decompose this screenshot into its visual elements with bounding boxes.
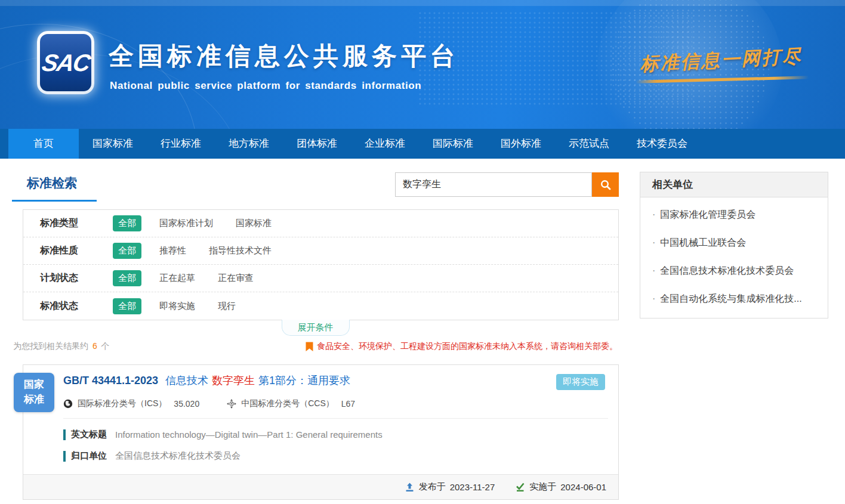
notice: 食品安全、环境保护、工程建设方面的国家标准未纳入本系统，请咨询相关部委。 xyxy=(306,341,618,352)
search-button[interactable] xyxy=(592,172,619,197)
main-column: 标准检索 标准类型 全部 国家标准计划 国家标准 xyxy=(12,172,619,500)
nav-tab-international-standard[interactable]: 国际标准 xyxy=(419,129,487,159)
filter-option[interactable]: 国家标准 xyxy=(236,218,272,229)
filter-label: 计划状态 xyxy=(40,272,92,285)
filter-option[interactable]: 指导性技术文件 xyxy=(209,245,272,256)
filter-option[interactable]: 正在起草 xyxy=(159,273,195,284)
filter-row-standard-status: 标准状态 全部 即将实施 现行 xyxy=(23,292,618,320)
related-unit-item[interactable]: 全国自动化系统与集成标准化技... xyxy=(640,285,828,313)
filter-all-button[interactable]: 全部 xyxy=(113,298,141,314)
filter-option[interactable]: 国家标准计划 xyxy=(159,218,213,229)
standard-type-badge: 国家 标准 xyxy=(14,373,54,412)
header-titles: 全国标准信息公共服务平台 National public service pla… xyxy=(109,39,459,92)
related-units-list: 国家标准化管理委员会 中国机械工业联合会 全国信息技术标准化技术委员会 全国自动… xyxy=(640,197,828,318)
nav-tab-group-standard[interactable]: 团体标准 xyxy=(283,129,351,159)
related-units-panel: 相关单位 国家标准化管理委员会 中国机械工业联合会 全国信息技术标准化技术委员会… xyxy=(640,172,828,319)
type-badge-line2: 标准 xyxy=(24,392,44,407)
filter-option[interactable]: 推荐性 xyxy=(159,245,186,256)
nav-tab-technical-committee[interactable]: 技术委员会 xyxy=(623,129,701,159)
card-head: GB/T 43441.1-2023信息技术数字孪生第1部分：通用要求 即将实施 xyxy=(23,365,618,390)
check-icon xyxy=(515,483,525,492)
publish-label: 发布于 xyxy=(419,481,446,493)
result-count-number: 6 xyxy=(92,341,97,351)
implement-label: 实施于 xyxy=(529,481,556,493)
ics-value: 35.020 xyxy=(174,399,199,409)
globe-icon xyxy=(63,399,73,409)
implement-date: 实施于 2024-06-01 xyxy=(515,481,606,493)
ccs-value: L67 xyxy=(341,399,355,409)
search-icon xyxy=(600,179,612,191)
upload-icon xyxy=(405,483,415,492)
nav-tab-home[interactable]: 首页 xyxy=(8,129,79,159)
filter-option[interactable]: 正在审查 xyxy=(218,273,254,284)
result-count: 为您找到相关结果约 6 个 xyxy=(13,341,110,352)
english-title-value: Information technology—Digital twin—Part… xyxy=(115,429,383,440)
standard-title-link[interactable]: GB/T 43441.1-2023信息技术数字孪生第1部分：通用要求 xyxy=(63,374,350,388)
publish-date-value: 2023-11-27 xyxy=(450,482,495,492)
search-input[interactable] xyxy=(395,172,592,197)
sac-logo[interactable]: SAC xyxy=(37,31,94,94)
centralized-unit-label: 归口单位 xyxy=(71,450,107,462)
section-title-standard-search: 标准检索 xyxy=(12,172,77,202)
ics-label: 国际标准分类号（ICS） xyxy=(78,398,166,409)
bookmark-icon xyxy=(306,342,317,352)
filter-row-standard-type: 标准类型 全部 国家标准计划 国家标准 xyxy=(23,210,618,237)
centralized-unit-value: 全国信息技术标准化技术委员会 xyxy=(115,450,240,462)
filter-label: 标准类型 xyxy=(40,217,92,230)
result-count-suffix: 个 xyxy=(101,341,110,351)
filter-label: 标准状态 xyxy=(40,300,92,313)
related-unit-item[interactable]: 全国信息技术标准化技术委员会 xyxy=(640,257,828,285)
card-meta: 国际标准分类号（ICS） 35.020 中国标准 xyxy=(63,390,608,419)
filter-option[interactable]: 现行 xyxy=(218,301,236,312)
related-units-title: 相关单位 xyxy=(640,172,828,197)
filter-row-standard-nature: 标准性质 全部 推荐性 指导性技术文件 xyxy=(23,237,618,265)
filter-row-plan-status: 计划状态 全部 正在起草 正在审查 xyxy=(23,265,618,292)
related-unit-item[interactable]: 国家标准化管理委员会 xyxy=(640,201,828,229)
results-row: 为您找到相关结果约 6 个 食品安全、环境保护、工程建设方面的国家标准未纳入本系… xyxy=(12,341,619,352)
main-nav: 首页 国家标准 行业标准 地方标准 团体标准 企业标准 国际标准 国外标准 示范… xyxy=(0,129,845,159)
card-footer: 发布于 2023-11-27 实施于 2024-06-01 xyxy=(23,474,618,499)
site-title: 全国标准信息公共服务平台 xyxy=(109,39,459,73)
filter-panel: 标准类型 全部 国家标准计划 国家标准 标准性质 全部 推荐性 指导性技术文件 … xyxy=(23,209,619,320)
filter-label: 标准性质 xyxy=(40,245,92,257)
sac-logo-text: SAC xyxy=(40,50,91,76)
result-card: 国家 标准 GB/T 43441.1-2023信息技术数字孪生第1部分：通用要求… xyxy=(23,364,619,500)
related-unit-item[interactable]: 中国机械工业联合会 xyxy=(640,229,828,257)
compass-icon xyxy=(227,399,236,409)
publish-date: 发布于 2023-11-27 xyxy=(405,481,495,493)
filter-all-button[interactable]: 全部 xyxy=(113,215,141,231)
filter-all-button[interactable]: 全部 xyxy=(113,270,141,286)
english-title-row: 英文标题 Information technology—Digital twin… xyxy=(63,429,608,440)
filter-all-button[interactable]: 全部 xyxy=(113,243,141,259)
search-row: 标准检索 xyxy=(12,172,619,202)
nav-tab-foreign-standard[interactable]: 国外标准 xyxy=(487,129,555,159)
site-subtitle: National public service platform for sta… xyxy=(110,80,459,92)
filter-option[interactable]: 即将实施 xyxy=(159,301,195,312)
notice-text: 食品安全、环境保护、工程建设方面的国家标准未纳入本系统，请咨询相关部委。 xyxy=(317,341,618,352)
standard-title-part1: 信息技术 xyxy=(165,375,208,386)
english-title-label: 英文标题 xyxy=(71,429,107,440)
result-count-prefix: 为您找到相关结果约 xyxy=(13,341,88,351)
standard-title-part2: 第1部分：通用要求 xyxy=(258,375,350,386)
standard-code: GB/T 43441.1-2023 xyxy=(63,375,158,386)
ics-classification: 国际标准分类号（ICS） 35.020 xyxy=(63,398,199,409)
centralized-unit-row: 归口单位 全国信息技术标准化技术委员会 xyxy=(63,450,608,462)
standard-title-highlight: 数字孪生 xyxy=(212,375,255,386)
site-header: SAC 全国标准信息公共服务平台 National public service… xyxy=(0,0,845,129)
ccs-label: 中国标准分类号（CCS） xyxy=(241,398,334,409)
implement-date-value: 2024-06-01 xyxy=(560,482,606,492)
page-content: 标准检索 标准类型 全部 国家标准计划 国家标准 xyxy=(0,159,845,500)
search-box xyxy=(395,172,619,197)
status-badge: 即将实施 xyxy=(556,374,605,390)
nav-tab-enterprise-standard[interactable]: 企业标准 xyxy=(351,129,419,159)
type-badge-line1: 国家 xyxy=(24,378,44,392)
sac-logo-inner: SAC xyxy=(40,34,91,91)
nav-tab-industry-standard[interactable]: 行业标准 xyxy=(147,129,215,159)
expand-conditions-button[interactable]: 展开条件 xyxy=(282,320,350,336)
nav-tab-local-standard[interactable]: 地方标准 xyxy=(215,129,283,159)
nav-tab-pilot-demonstration[interactable]: 示范试点 xyxy=(555,129,623,159)
nav-tab-national-standard[interactable]: 国家标准 xyxy=(79,129,147,159)
ccs-classification: 中国标准分类号（CCS） L67 xyxy=(227,398,355,409)
